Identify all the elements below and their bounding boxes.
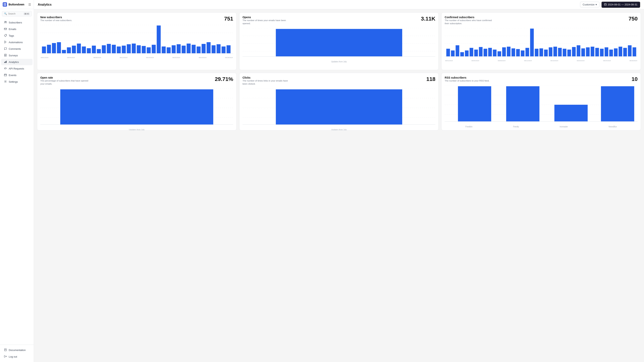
svg-rect-42	[92, 46, 96, 53]
svg-rect-46	[112, 45, 116, 53]
main-content: Analytics Customize ▾ 2024-08-01 — 2024-…	[34, 0, 644, 362]
customize-button[interactable]: Customize ▾	[580, 2, 599, 7]
card-title-group: Open rate The percentage of subscribers …	[40, 76, 91, 88]
svg-rect-95	[512, 48, 515, 56]
date-range-button[interactable]: 2024-08-01 — 2024-08-31	[602, 1, 640, 8]
svg-rect-68	[222, 46, 226, 53]
svg-rect-50	[132, 43, 136, 53]
svg-rect-35	[57, 42, 61, 53]
svg-rect-1	[5, 3, 6, 4]
dashboard: New subscribers The number of new subscr…	[34, 9, 644, 362]
svg-rect-127	[60, 89, 213, 125]
sidebar-item-documentation[interactable]: Documentation	[1, 347, 32, 353]
svg-rect-14	[5, 61, 6, 63]
menu-icon[interactable]: ☰	[28, 3, 31, 6]
card-value: 750	[628, 16, 638, 22]
sidebar-item-api-requests[interactable]: API Requests	[1, 65, 32, 72]
new-subscribers-chart: 08/01/2024 08/04/2024 08/08/2024 08/12/2…	[40, 25, 233, 64]
sidebar-item-emails[interactable]: Emails	[1, 26, 32, 32]
sidebar-item-comments[interactable]: Comments	[1, 46, 32, 52]
confirmed-subscribers-card: Confirmed subscribers The number of subs…	[441, 12, 641, 70]
svg-rect-120	[628, 45, 632, 56]
open-rate-chart: Updates from July	[40, 88, 233, 127]
card-value: 10	[632, 76, 638, 82]
card-header: Confirmed subscribers The number of subs…	[445, 16, 638, 27]
date-range-label: 2024-08-01 — 2024-08-31	[608, 3, 638, 6]
page-title: Analytics	[38, 3, 52, 6]
card-description: The number of subscribers to your RSS fe…	[445, 79, 490, 82]
svg-rect-96	[516, 49, 520, 56]
clicks-chart: Updates from July	[242, 88, 436, 127]
card-title: Open rate	[40, 76, 91, 79]
svg-rect-111	[586, 47, 590, 56]
svg-rect-82	[451, 50, 455, 56]
svg-rect-24	[604, 3, 606, 5]
sidebar-item-label: Emails	[9, 28, 16, 30]
svg-rect-58	[172, 45, 176, 53]
svg-rect-107	[568, 49, 571, 56]
svg-rect-106	[563, 49, 566, 56]
sidebar-item-logout[interactable]: Log out	[1, 354, 32, 360]
sidebar: Buttondown ☰ 🔍 Search ⌘+K Subscribers	[0, 0, 34, 362]
svg-rect-59	[177, 44, 181, 53]
sidebar-item-tags[interactable]: Tags	[1, 32, 32, 39]
card-title: RSS subscribers	[445, 76, 490, 79]
customize-label: Customize	[582, 3, 594, 6]
sidebar-item-surveys[interactable]: Surveys	[1, 52, 32, 59]
card-header: Opens The number of times your emails ha…	[242, 16, 436, 27]
api-icon	[4, 67, 7, 70]
svg-rect-43	[97, 49, 101, 53]
topbar: Analytics Customize ▾ 2024-08-01 — 2024-…	[34, 0, 644, 9]
sidebar-header: Buttondown ☰	[0, 0, 34, 9]
svg-rect-89	[484, 49, 487, 56]
sidebar-item-automations[interactable]: Automations	[1, 39, 32, 45]
svg-rect-90	[488, 48, 492, 56]
rss-label-inoreader: Inoreader	[560, 126, 568, 128]
sidebar-item-label: Automations	[9, 41, 23, 44]
card-title-group: Opens The number of times your emails ha…	[242, 16, 293, 27]
card-title-group: Confirmed subscribers The number of subs…	[445, 16, 495, 27]
svg-point-20	[5, 81, 6, 82]
svg-rect-41	[87, 48, 91, 53]
charts-grid: New subscribers The number of new subscr…	[37, 12, 641, 130]
svg-rect-49	[127, 44, 131, 53]
sidebar-item-events[interactable]: Events	[1, 72, 32, 78]
svg-rect-62	[192, 45, 196, 53]
svg-rect-69	[226, 45, 230, 53]
sidebar-item-subscribers[interactable]: Subscribers	[1, 19, 32, 26]
opens-chart: Updates from July	[242, 28, 436, 67]
svg-rect-108	[572, 47, 576, 56]
svg-rect-65	[206, 42, 210, 53]
confirmed-subscribers-chart: 08/01/2024 08/04/2024 08/08/2024 08/12/2…	[445, 28, 638, 67]
card-description: The percentage of subscribers that have …	[40, 79, 91, 85]
svg-rect-16	[4, 74, 6, 76]
svg-rect-100	[535, 49, 538, 56]
svg-rect-93	[502, 47, 506, 56]
settings-icon	[4, 80, 7, 83]
svg-rect-118	[618, 47, 622, 56]
svg-rect-0	[4, 3, 5, 4]
svg-rect-75	[276, 29, 402, 56]
topbar-actions: Customize ▾ 2024-08-01 — 2024-08-31	[580, 1, 640, 8]
card-description: The number of times your emails have bee…	[242, 19, 293, 25]
sidebar-item-analytics[interactable]: Analytics	[1, 59, 32, 65]
svg-rect-85	[465, 50, 469, 56]
sidebar-footer: Documentation Log out	[0, 345, 34, 362]
svg-rect-94	[507, 47, 510, 56]
chart-label: Updates from July	[40, 129, 233, 130]
search-button[interactable]: 🔍 Search ⌘+K	[2, 11, 32, 16]
svg-rect-115	[605, 47, 608, 56]
sidebar-item-label: Log out	[9, 355, 17, 358]
rss-label-feedly: Feedly	[513, 126, 519, 128]
sidebar-item-settings[interactable]: Settings	[1, 79, 32, 85]
svg-rect-64	[202, 44, 206, 53]
svg-rect-109	[577, 45, 580, 56]
svg-rect-52	[142, 46, 146, 53]
svg-rect-55	[157, 25, 161, 53]
svg-rect-142	[601, 86, 634, 122]
comments-icon	[4, 47, 7, 50]
sidebar-item-label: Comments	[9, 47, 21, 50]
documentation-icon	[4, 349, 7, 352]
app-logo[interactable]: Buttondown	[3, 2, 24, 6]
sidebar-item-label: Events	[9, 74, 16, 77]
